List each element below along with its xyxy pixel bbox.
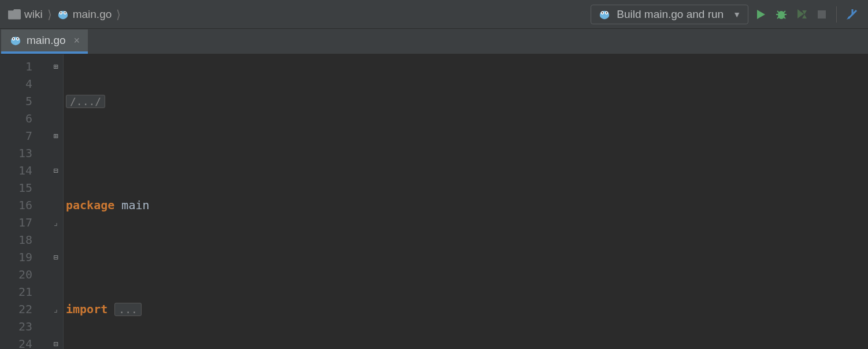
line-number[interactable]: 19 bbox=[0, 248, 49, 266]
folded-region[interactable]: /.../ bbox=[66, 95, 105, 108]
line-number[interactable]: 7 bbox=[0, 127, 49, 144]
gutter[interactable]: 1 4 5 6 7 13 14 15 16 17 18 19 20 21 22 … bbox=[0, 54, 49, 349]
svg-point-8 bbox=[602, 12, 603, 13]
code-line[interactable] bbox=[64, 248, 868, 266]
line-number[interactable]: 18 bbox=[0, 231, 49, 248]
gopher-icon bbox=[9, 35, 22, 46]
editor: 1 4 5 6 7 13 14 15 16 17 18 19 20 21 22 … bbox=[0, 54, 868, 349]
svg-point-4 bbox=[64, 12, 65, 13]
run-config-label: Build main.go and run bbox=[617, 8, 724, 21]
breadcrumb-folder[interactable]: wiki bbox=[24, 8, 43, 21]
svg-line-14 bbox=[777, 11, 779, 13]
breadcrumb[interactable]: wiki ⟩ main.go ⟩ bbox=[5, 8, 122, 21]
fold-end-icon[interactable] bbox=[49, 300, 63, 318]
line-number[interactable]: 14 bbox=[0, 162, 49, 179]
code-line[interactable]: import ... bbox=[64, 300, 868, 318]
tab-label: main.go bbox=[27, 34, 66, 47]
svg-point-9 bbox=[606, 12, 607, 13]
svg-line-17 bbox=[784, 17, 785, 18]
fold-collapse-icon[interactable] bbox=[49, 162, 63, 179]
navbar: wiki ⟩ main.go ⟩ Build main.go and run ▼ bbox=[0, 0, 868, 29]
svg-marker-10 bbox=[757, 10, 765, 19]
debug-icon[interactable] bbox=[775, 8, 788, 21]
code-line[interactable]: package main bbox=[64, 196, 868, 214]
code-line[interactable]: /.../ bbox=[64, 92, 868, 110]
svg-rect-19 bbox=[818, 10, 826, 18]
folded-region[interactable]: ... bbox=[114, 303, 142, 316]
chevron-right-icon: ⟩ bbox=[46, 8, 53, 21]
line-number[interactable]: 1 bbox=[0, 58, 49, 75]
line-number[interactable]: 16 bbox=[0, 196, 49, 214]
chevron-right-icon: ⟩ bbox=[115, 8, 122, 21]
code-area[interactable]: /.../ package main import ... 💡 type Pag… bbox=[64, 54, 868, 349]
fold-expand-icon[interactable] bbox=[49, 127, 63, 144]
line-number[interactable]: 20 bbox=[0, 266, 49, 283]
chevron-down-icon: ▼ bbox=[733, 10, 741, 19]
line-number[interactable]: 17 bbox=[0, 214, 49, 231]
update-icon[interactable] bbox=[846, 8, 859, 21]
line-number[interactable]: 13 bbox=[0, 144, 49, 162]
line-number[interactable]: 21 bbox=[0, 283, 49, 300]
divider bbox=[836, 6, 837, 23]
line-number[interactable]: 5 bbox=[0, 92, 49, 110]
run-config-selector[interactable]: Build main.go and run ▼ bbox=[591, 5, 748, 24]
svg-point-3 bbox=[60, 12, 61, 13]
tabbar: main.go × bbox=[0, 29, 868, 54]
svg-line-16 bbox=[777, 17, 779, 18]
gopher-icon bbox=[57, 9, 69, 20]
tab-main-go[interactable]: main.go × bbox=[1, 29, 88, 54]
line-number[interactable]: 4 bbox=[0, 75, 49, 92]
toolbar-icons bbox=[755, 6, 863, 23]
fold-collapse-icon[interactable] bbox=[49, 248, 63, 266]
run-icon[interactable] bbox=[755, 9, 767, 20]
line-number[interactable]: 15 bbox=[0, 179, 49, 196]
fold-collapse-icon[interactable] bbox=[49, 335, 63, 349]
svg-point-24 bbox=[13, 38, 14, 39]
fold-end-icon[interactable] bbox=[49, 214, 63, 231]
folder-icon bbox=[8, 9, 21, 20]
line-number[interactable]: 6 bbox=[0, 110, 49, 127]
line-number[interactable]: 24 bbox=[0, 335, 49, 349]
line-number[interactable]: 22 bbox=[0, 300, 49, 318]
svg-point-25 bbox=[17, 38, 18, 39]
breadcrumb-file[interactable]: main.go bbox=[73, 8, 112, 21]
fold-column bbox=[49, 54, 64, 349]
coverage-icon[interactable] bbox=[796, 8, 808, 21]
fold-expand-icon[interactable] bbox=[49, 58, 63, 75]
line-number[interactable]: 23 bbox=[0, 318, 49, 335]
close-icon[interactable]: × bbox=[74, 35, 80, 47]
stop-icon[interactable] bbox=[817, 9, 827, 20]
svg-line-15 bbox=[784, 11, 785, 13]
gopher-icon bbox=[598, 9, 611, 20]
code-line[interactable] bbox=[64, 144, 868, 162]
